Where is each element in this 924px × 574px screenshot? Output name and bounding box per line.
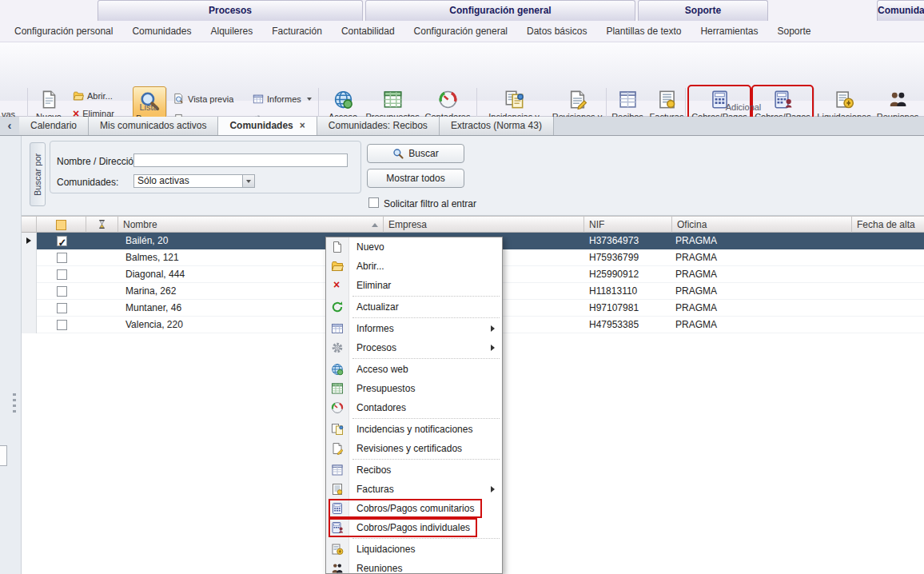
calculator-person-icon [331, 521, 344, 534]
close-tab-icon[interactable] [300, 120, 305, 131]
row-checkbox[interactable] [57, 286, 67, 297]
ribbon-tab-configuracion-general[interactable]: Configuración general [404, 21, 517, 42]
sort-ascending-icon [372, 223, 378, 227]
menu-item-incidencias[interactable]: Incidencias y notificaciones [326, 420, 502, 439]
menu-item-procesos[interactable]: Procesos [326, 338, 502, 357]
column-header-indicator [22, 216, 37, 233]
cell-nif: H97107981 [584, 300, 672, 317]
incidents-icon [504, 90, 524, 110]
menu-item-presupuestos[interactable]: Presupuestos [326, 379, 502, 398]
menu-item-acceso-web[interactable]: Acceso web [326, 360, 502, 379]
row-checkbox[interactable] [57, 236, 67, 246]
menu-item-abrir[interactable]: Abrir... [326, 257, 502, 276]
column-header-select[interactable] [37, 216, 86, 233]
name-address-label: Nombre / Dirección: [57, 156, 141, 167]
filter-panel: Buscar por Nombre / Dirección: Comunidad… [22, 136, 924, 216]
ribbon-tab-contabilidad[interactable]: Contabilidad [332, 21, 404, 42]
menu-item-informes[interactable]: Informes [326, 319, 502, 338]
button-label: Vista previa [188, 94, 233, 104]
search-button[interactable]: Buscar [367, 144, 464, 163]
menu-item-liquidaciones[interactable]: Liquidaciones [326, 540, 502, 559]
column-header-oficina[interactable]: Oficina [672, 216, 852, 233]
open-folder-icon [331, 260, 344, 273]
select-all-checkbox[interactable] [56, 220, 66, 230]
ribbon-tab-herramientas[interactable]: Herramientas [691, 21, 767, 42]
splitter-grip-icon[interactable] [13, 393, 16, 413]
tab-label: Comunidades: Recibos [329, 120, 428, 131]
button-label: Informes [267, 94, 301, 104]
menu-item-actualizar[interactable]: Actualizar [326, 297, 502, 317]
button-label: Abrir... [87, 91, 113, 101]
informes-button[interactable]: Informes [250, 90, 314, 107]
menu-item-cobros-pagos-comunitarios[interactable]: Cobros/Pagos comunitarios [326, 499, 502, 518]
select-dropdown-button[interactable] [242, 175, 254, 187]
ribbon-tab-configuracion-personal[interactable]: Configuración personal [5, 21, 122, 42]
column-header-empresa[interactable]: Empresa [384, 216, 584, 233]
menu-item-label: Nuevo [356, 241, 384, 253]
cell-nif: H47953385 [584, 317, 672, 333]
cell-nif: H11813110 [584, 283, 672, 300]
menu-item-label: Cobros/Pagos comunitarios [356, 503, 474, 514]
ribbon-tab-plantillas-texto[interactable]: Plantillas de texto [596, 21, 691, 42]
ribbon-tab-facturacion[interactable]: Facturación [262, 21, 332, 42]
cell-nif: H75936799 [584, 249, 672, 266]
cell-nif: H25990912 [584, 266, 672, 283]
menu-item-cobros-pagos-individuales[interactable]: Cobros/Pagos individuales [326, 518, 502, 537]
column-header-fecha-alta[interactable]: Fecha de alta [852, 216, 924, 233]
show-all-button[interactable]: Mostrar todos [367, 169, 464, 188]
row-checkbox[interactable] [57, 253, 67, 263]
row-checkbox[interactable] [57, 269, 67, 280]
report-icon [253, 94, 264, 105]
calculator-person-icon [773, 90, 793, 110]
buscar-por-side-tab[interactable]: Buscar por [30, 142, 46, 206]
tab-label: Mis comunicados activos [100, 120, 206, 131]
group-tab-label: Soporte [685, 5, 721, 16]
row-checkbox[interactable] [57, 320, 67, 330]
column-header-filter[interactable] [86, 216, 118, 233]
hourglass-icon [97, 219, 107, 229]
ribbon-tab-soporte[interactable]: Soporte [767, 21, 820, 42]
ribbon: Procesos Configuración general Soporte C… [0, 0, 924, 117]
doc-tab-calendario[interactable]: Calendario [19, 117, 89, 135]
doc-tab-comunidades-recibos[interactable]: Comunidades: Recibos [317, 117, 440, 135]
menu-item-label: Liquidaciones [356, 544, 415, 555]
communities-select[interactable]: Sólo activas [133, 174, 255, 188]
menu-item-label: Acceso web [356, 364, 408, 375]
menu-item-label: Procesos [356, 342, 396, 353]
row-indicator [22, 249, 37, 266]
menu-item-nuevo[interactable]: Nuevo [326, 237, 502, 257]
cell-fecha [852, 300, 924, 317]
collapsed-panel-edge[interactable] [0, 445, 7, 466]
incidents-icon [331, 423, 344, 436]
certificate-icon [331, 442, 344, 455]
ribbon-tab-datos-basicos[interactable]: Datos básicos [517, 21, 596, 42]
doc-tab-comunidades[interactable]: Comunidades [218, 117, 317, 135]
name-address-input[interactable] [133, 153, 348, 167]
row-checkbox[interactable] [57, 303, 67, 313]
column-header-nif[interactable]: NIF [584, 216, 672, 233]
menu-item-reuniones[interactable]: Reuniones [326, 559, 502, 574]
submenu-arrow-icon [491, 325, 495, 332]
cell-nif: H37364973 [584, 233, 672, 249]
request-filter-checkbox[interactable] [368, 197, 379, 208]
cell-fecha [852, 249, 924, 266]
tab-scroll-back-icon[interactable] [0, 117, 19, 135]
left-dock-strip [0, 136, 22, 574]
meeting-people-icon [888, 90, 908, 110]
ribbon-group-tab-procesos: Procesos [98, 0, 363, 21]
ribbon-tab-alquileres[interactable]: Alquileres [201, 21, 262, 42]
doc-tab-mis-comunicados[interactable]: Mis comunicados activos [89, 117, 218, 135]
menu-item-recibos[interactable]: Recibos [326, 460, 502, 480]
ribbon-tab-comunidades[interactable]: Comunidades [122, 21, 201, 42]
menu-item-revisiones[interactable]: Revisiones y certificados [326, 439, 502, 458]
column-header-nombre[interactable]: Nombre [118, 216, 384, 233]
menu-item-facturas[interactable]: Facturas [326, 480, 502, 499]
cell-fecha [852, 317, 924, 333]
current-row-arrow-icon [26, 237, 31, 244]
menu-item-eliminar[interactable]: × Eliminar [326, 276, 502, 295]
menu-separator [352, 317, 500, 318]
menu-item-contadores[interactable]: Contadores [326, 398, 502, 417]
group-tab-label: Procesos [209, 5, 252, 16]
doc-tab-extractos[interactable]: Extractos (Norma 43) [440, 117, 554, 135]
abrir-button[interactable]: Abrir... [70, 87, 115, 104]
